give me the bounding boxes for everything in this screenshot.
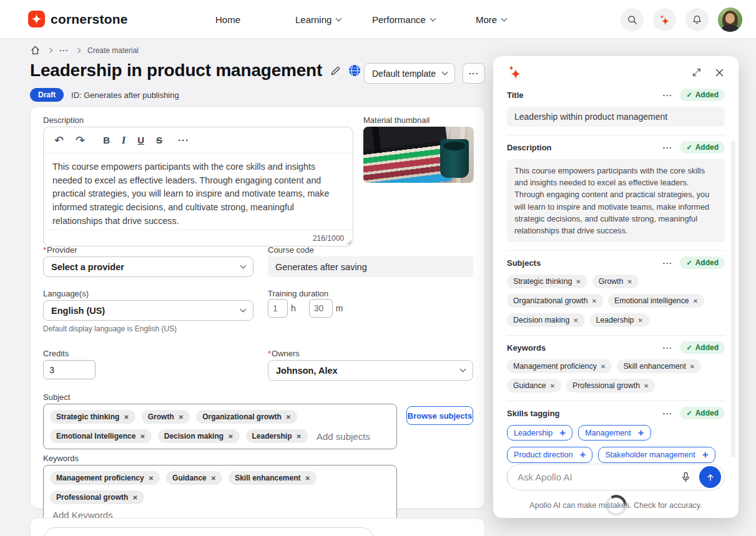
duration-minutes-input[interactable] <box>309 299 333 318</box>
ai-keyword-chip[interactable]: Guidance✕ <box>507 379 561 392</box>
duration-hours-input[interactable] <box>268 299 288 318</box>
remove-chip-icon[interactable]: ✕ <box>211 475 216 482</box>
send-button[interactable] <box>699 466 721 488</box>
search-button[interactable] <box>621 8 644 31</box>
section-menu-icon[interactable]: ··· <box>662 90 672 100</box>
section-menu-icon[interactable]: ··· <box>662 143 672 152</box>
remove-chip-icon[interactable]: ✕ <box>573 317 578 324</box>
mic-icon[interactable] <box>680 471 692 483</box>
breadcrumb: ··· Create material <box>30 45 139 56</box>
description-editor[interactable]: ↶ ↷ B I U S ··· This course empowers par… <box>43 127 353 246</box>
chevron-right-icon <box>76 47 81 52</box>
keyword-chip[interactable]: Guidance✕ <box>166 471 222 485</box>
remove-chip-icon[interactable]: ✕ <box>179 414 184 421</box>
expand-panel-icon[interactable] <box>692 67 702 77</box>
translate-title-icon[interactable] <box>349 65 360 76</box>
section-menu-icon[interactable]: ··· <box>662 343 672 353</box>
subject-chip[interactable]: Strategic thinking✕ <box>50 410 135 424</box>
subject-chip[interactable]: Decision making✕ <box>158 429 240 443</box>
skill-tag-chip[interactable]: Stakeholder management+ <box>598 447 715 462</box>
subject-chip[interactable]: Emotional Intelligence✕ <box>50 429 152 443</box>
remove-chip-icon[interactable]: ✕ <box>286 414 291 421</box>
remove-chip-icon[interactable]: ✕ <box>690 363 695 370</box>
cornerstone-logo[interactable]: cornerstone <box>28 11 128 27</box>
panel-scrollbar[interactable] <box>731 140 735 457</box>
remove-chip-icon[interactable]: ✕ <box>644 383 649 389</box>
strikethrough-button[interactable]: S <box>156 135 162 145</box>
remove-chip-icon[interactable]: ✕ <box>149 475 154 482</box>
ai-subject-chip[interactable]: Leadership✕ <box>590 313 649 327</box>
subject-chip[interactable]: Growth✕ <box>142 410 190 424</box>
apollo-ai-panel: Title ··· ✓Added Leadership within produ… <box>493 56 739 518</box>
ai-subject-chip[interactable]: Growth✕ <box>592 275 639 288</box>
ai-assistant-button[interactable] <box>653 8 676 31</box>
subject-chip[interactable]: Leadership✕ <box>246 429 308 443</box>
remove-chip-icon[interactable]: ✕ <box>297 433 302 440</box>
ai-keyword-chip[interactable]: Management proficiency✕ <box>507 359 612 373</box>
nav-performance[interactable]: Performance <box>372 0 435 39</box>
remove-chip-icon[interactable]: ✕ <box>637 317 642 324</box>
keyword-chip[interactable]: Professional growth✕ <box>50 490 144 504</box>
ai-subject-chip[interactable]: Emotional intelligence✕ <box>608 294 704 308</box>
thumbnail-label: Material thumbnail <box>363 115 430 125</box>
section-menu-icon[interactable]: ··· <box>662 409 672 418</box>
toolbar-more-icon[interactable]: ··· <box>178 135 189 145</box>
home-icon[interactable] <box>30 45 41 56</box>
breadcrumb-ellipsis[interactable]: ··· <box>59 46 69 55</box>
ai-keyword-chip[interactable]: Skill enhancement✕ <box>617 359 701 373</box>
redo-icon[interactable]: ↷ <box>76 135 85 146</box>
notifications-button[interactable] <box>685 8 709 31</box>
italic-button[interactable]: I <box>122 135 125 145</box>
edit-title-icon[interactable] <box>330 65 341 77</box>
remove-chip-icon[interactable]: ✕ <box>305 475 310 482</box>
skill-tag-chip[interactable]: Management+ <box>578 425 650 441</box>
remove-chip-icon[interactable]: ✕ <box>140 433 145 440</box>
remove-chip-icon[interactable]: ✕ <box>576 278 581 285</box>
ask-apollo-input[interactable] <box>518 472 680 482</box>
underline-button[interactable]: U <box>137 135 144 145</box>
remove-chip-icon[interactable]: ✕ <box>132 494 137 501</box>
keyword-chip[interactable]: Skill enhancement✕ <box>228 471 317 485</box>
languages-select[interactable]: English (US) <box>43 300 253 321</box>
add-subjects-placeholder[interactable]: Add subjects <box>314 431 370 442</box>
remove-chip-icon[interactable]: ✕ <box>550 383 555 389</box>
subject-chip[interactable]: Organizational growth✕ <box>196 410 297 424</box>
skill-tag-chip[interactable]: Product direction+ <box>507 447 592 462</box>
nav-more[interactable]: More <box>476 0 506 39</box>
ai-keyword-chip[interactable]: Professional growth✕ <box>566 379 655 392</box>
add-skill-icon[interactable]: + <box>580 450 586 459</box>
minutes-unit-label: m <box>336 303 343 313</box>
remove-chip-icon[interactable]: ✕ <box>693 298 698 305</box>
credits-input[interactable] <box>43 360 96 379</box>
remove-chip-icon[interactable]: ✕ <box>627 278 632 285</box>
remove-chip-icon[interactable]: ✕ <box>592 298 597 305</box>
resize-handle-icon[interactable] <box>346 239 351 245</box>
owners-select[interactable]: Johnson, Alex <box>268 360 473 381</box>
section-menu-icon[interactable]: ··· <box>662 258 672 268</box>
nav-learning[interactable]: Learning <box>295 0 341 39</box>
template-selector[interactable]: Default template <box>364 63 455 84</box>
nav-home[interactable]: Home <box>215 0 240 39</box>
add-skill-icon[interactable]: + <box>559 428 566 437</box>
ai-subject-chip[interactable]: Organizational growth✕ <box>507 294 603 308</box>
remove-chip-icon[interactable]: ✕ <box>228 433 233 440</box>
ai-subject-chip[interactable]: Decision making✕ <box>507 313 585 327</box>
skill-tag-chip[interactable]: Leadership+ <box>507 425 572 441</box>
remove-chip-icon[interactable]: ✕ <box>601 363 606 370</box>
page-more-actions-button[interactable]: ··· <box>463 63 485 84</box>
remove-chip-icon[interactable]: ✕ <box>124 414 129 421</box>
ai-subjects-section: Subjects ··· ✓Added Strategic thinking✕ … <box>507 250 725 335</box>
ai-subject-chip[interactable]: Strategic thinking✕ <box>507 275 587 288</box>
provider-select[interactable]: Select a provider <box>43 256 253 277</box>
field-search[interactable] <box>43 527 374 536</box>
description-text[interactable]: This course empowers participants with t… <box>44 153 353 230</box>
bold-button[interactable]: B <box>103 135 110 145</box>
close-panel-icon[interactable] <box>714 67 725 78</box>
subject-chip-input[interactable]: Strategic thinking✕ Growth✕ Organization… <box>43 404 397 449</box>
add-skill-icon[interactable]: + <box>638 428 644 437</box>
keyword-chip[interactable]: Management proficiency✕ <box>50 471 160 485</box>
browse-subjects-button[interactable]: Browse subjects <box>406 406 473 425</box>
user-avatar[interactable] <box>718 7 742 32</box>
add-skill-icon[interactable]: + <box>702 450 709 459</box>
undo-icon[interactable]: ↶ <box>54 135 64 146</box>
